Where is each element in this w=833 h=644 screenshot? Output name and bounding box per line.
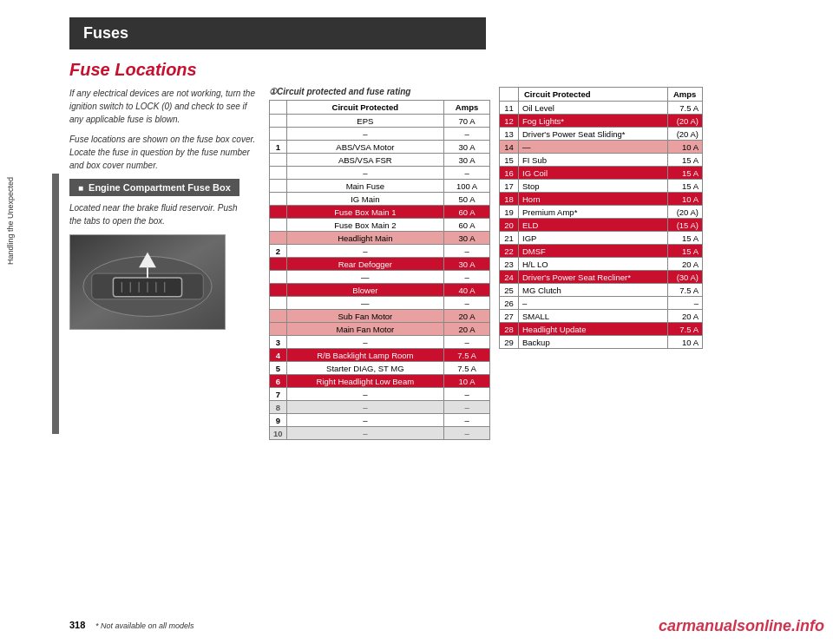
table-row: ABS/VSA FSR30 A: [270, 154, 490, 167]
section-title: Fuse Locations: [69, 60, 807, 80]
amps-value: –: [444, 401, 490, 414]
amps-value: 40 A: [444, 284, 490, 297]
circuit-name: Fog Lights*: [519, 115, 668, 128]
circuit-name: –: [286, 336, 444, 349]
table-row: 9––: [270, 414, 490, 427]
right-col-num-header: [500, 88, 519, 102]
page-number: 318: [69, 620, 85, 630]
table-row: 23H/L LO20 A: [500, 258, 703, 271]
circuit-name: Rear Defogger: [286, 258, 444, 271]
table-row: 6Right Headlight Low Beam10 A: [270, 375, 490, 388]
table-row: Headlight Main30 A: [270, 232, 490, 245]
fuse-image-inner: [70, 235, 225, 329]
circuit-name: IG Main: [286, 193, 444, 206]
amps-value: 30 A: [444, 232, 490, 245]
row-num: 23: [500, 258, 519, 271]
page-title: Fuses: [69, 17, 486, 49]
table-row: Main Fan Motor20 A: [270, 323, 490, 336]
row-num: 28: [500, 323, 519, 336]
amps-value: 15 A: [668, 245, 703, 258]
amps-value: 15 A: [668, 232, 703, 245]
amps-value: 7.5 A: [668, 323, 703, 336]
row-num: 11: [500, 102, 519, 115]
row-num: 6: [270, 375, 287, 388]
table-row: 15FI Sub15 A: [500, 154, 703, 167]
row-num: 5: [270, 362, 287, 375]
table-row: 26––: [500, 297, 703, 310]
amps-value: (20 A): [668, 115, 703, 128]
row-num: 16: [500, 167, 519, 180]
circuit-name: ABS/VSA Motor: [286, 141, 444, 154]
row-num: 27: [500, 310, 519, 323]
row-num: [270, 323, 287, 336]
amps-value: (15 A): [668, 219, 703, 232]
circuit-name: SMALL: [519, 310, 668, 323]
amps-value: (30 A): [668, 271, 703, 284]
row-num: 17: [500, 180, 519, 193]
amps-value: –: [444, 271, 490, 284]
circuit-name: Main Fan Motor: [286, 323, 444, 336]
row-num: 12: [500, 115, 519, 128]
row-num: [270, 271, 287, 284]
row-num: [270, 297, 287, 310]
table-row: 3––: [270, 336, 490, 349]
row-num: [270, 232, 287, 245]
row-num: 21: [500, 232, 519, 245]
amps-value: –: [444, 427, 490, 440]
middle-circuit-table: Circuit Protected Amps EPS70 A––1ABS/VSA…: [269, 100, 490, 440]
circuit-name: Driver's Power Seat Sliding*: [519, 128, 668, 141]
table-row: 10––: [270, 427, 490, 440]
row-num: [270, 258, 287, 271]
row-num: 22: [500, 245, 519, 258]
col-num-header: [270, 101, 287, 115]
footnote: * Not available on all models: [95, 621, 194, 630]
row-num: 20: [500, 219, 519, 232]
amps-value: 100 A: [444, 180, 490, 193]
circuit-name: Oil Level: [519, 102, 668, 115]
table-row: Blower40 A: [270, 284, 490, 297]
table-row: ––: [270, 167, 490, 180]
table-row: 27SMALL20 A: [500, 310, 703, 323]
circuit-name: Driver's Power Seat Recliner*: [519, 271, 668, 284]
row-num: 9: [270, 414, 287, 427]
amps-value: 15 A: [668, 154, 703, 167]
circuit-name: ABS/VSA FSR: [286, 154, 444, 167]
circuit-name: –: [286, 128, 444, 141]
circuit-name: —: [286, 297, 444, 310]
amps-value: 10 A: [668, 141, 703, 154]
row-num: [270, 219, 287, 232]
table-row: Fuse Box Main 260 A: [270, 219, 490, 232]
circuit-name: –: [286, 245, 444, 258]
amps-value: 7.5 A: [444, 349, 490, 362]
table-row: 29Backup10 A: [500, 336, 703, 349]
amps-value: 10 A: [444, 375, 490, 388]
circuit-name: –: [286, 414, 444, 427]
col-amps-header: Amps: [444, 101, 490, 115]
circuit-name: IG Coil: [519, 167, 668, 180]
circuit-name: H/L LO: [519, 258, 668, 271]
table-row: 4R/B Backlight Lamp Room7.5 A: [270, 349, 490, 362]
amps-value: 60 A: [444, 206, 490, 219]
amps-value: 20 A: [668, 258, 703, 271]
table-row: IG Main50 A: [270, 193, 490, 206]
circuit-name: DMSF: [519, 245, 668, 258]
engine-box-label: Engine Compartment Fuse Box: [69, 179, 239, 196]
row-num: 25: [500, 284, 519, 297]
table-row: 20ELD(15 A): [500, 219, 703, 232]
table-row: 28Headlight Update7.5 A: [500, 323, 703, 336]
circuit-name: –: [286, 388, 444, 401]
table-row: ––: [270, 128, 490, 141]
left-column: If any electrical devices are not workin…: [69, 87, 260, 440]
table-row: 8––: [270, 401, 490, 414]
row-num: 24: [500, 271, 519, 284]
amps-value: –: [444, 388, 490, 401]
amps-value: (20 A): [668, 206, 703, 219]
circuit-name: –: [286, 167, 444, 180]
row-num: 1: [270, 141, 287, 154]
circuit-name: IGP: [519, 232, 668, 245]
row-num: 14: [500, 141, 519, 154]
amps-value: 10 A: [668, 193, 703, 206]
amps-value: 30 A: [444, 258, 490, 271]
table-row: 19Premium Amp*(20 A): [500, 206, 703, 219]
fuse-image: [69, 234, 226, 330]
